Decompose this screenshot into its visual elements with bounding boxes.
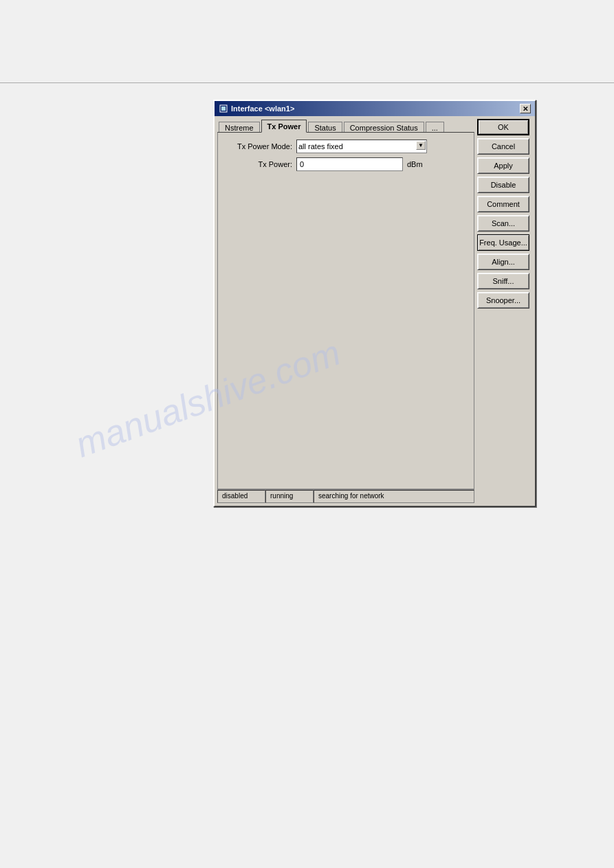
dialog-window: Interface <wlan1> ✕ Nstreme Tx Power Sta…: [213, 100, 536, 507]
tx-power-row: Tx Power: dBm: [223, 157, 468, 171]
tx-power-label: Tx Power:: [223, 160, 292, 168]
comment-button[interactable]: Comment: [477, 196, 529, 212]
tab-tx-power[interactable]: Tx Power: [261, 120, 307, 133]
sniff-button[interactable]: Sniff...: [477, 273, 529, 289]
tx-power-unit: dBm: [407, 160, 423, 168]
top-rule: [0, 82, 614, 83]
freq-usage-button[interactable]: Freq. Usage...: [477, 234, 529, 251]
title-bar: Interface <wlan1> ✕: [215, 101, 535, 116]
title-bar-text: Interface <wlan1>: [219, 104, 294, 113]
tx-power-input[interactable]: [296, 157, 403, 171]
ok-button[interactable]: OK: [477, 119, 529, 135]
tx-power-mode-select-wrapper: all rates fixed manual table card rates: [296, 140, 427, 153]
status-bar: disabled running searching for network: [217, 489, 474, 503]
status-message: searching for network: [314, 490, 474, 503]
tx-power-mode-row: Tx Power Mode: all rates fixed manual ta…: [223, 140, 468, 153]
disable-button[interactable]: Disable: [477, 177, 529, 193]
tx-power-mode-control: all rates fixed manual table card rates: [296, 140, 427, 153]
align-button[interactable]: Align...: [477, 254, 529, 270]
tx-power-control: dBm: [296, 157, 423, 171]
content-panel: Tx Power Mode: all rates fixed manual ta…: [217, 132, 474, 489]
interface-icon: [219, 104, 228, 113]
tx-power-mode-label: Tx Power Mode:: [223, 142, 292, 151]
svg-rect-1: [221, 107, 226, 111]
snooper-button[interactable]: Snooper...: [477, 292, 529, 309]
dialog-left: Nstreme Tx Power Status Compression Stat…: [217, 119, 474, 503]
status-running: running: [265, 490, 314, 503]
apply-button[interactable]: Apply: [477, 157, 529, 174]
dialog-body: Nstreme Tx Power Status Compression Stat…: [215, 116, 535, 506]
status-disabled: disabled: [217, 490, 265, 503]
close-button[interactable]: ✕: [520, 104, 531, 113]
cancel-button[interactable]: Cancel: [477, 138, 529, 155]
tx-power-mode-select[interactable]: all rates fixed manual table card rates: [296, 140, 427, 153]
tab-bar: Nstreme Tx Power Status Compression Stat…: [217, 119, 474, 132]
dialog-right: OK Cancel Apply Disable Comment Scan... …: [477, 119, 532, 503]
scan-button[interactable]: Scan...: [477, 215, 529, 232]
